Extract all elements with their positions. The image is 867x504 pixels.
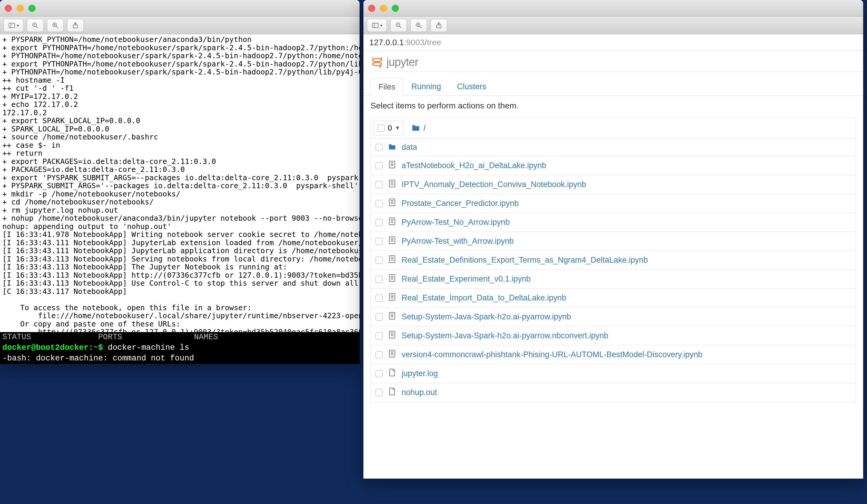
zoom-out-button[interactable] xyxy=(390,19,407,32)
close-button[interactable] xyxy=(5,5,12,12)
file-link[interactable]: IPTV_Anomaly_Detection_Conviva_Notebook.… xyxy=(402,180,586,189)
file-link[interactable]: aTestNotebook_H2o_ai_DeltaLake.ipynb xyxy=(402,161,546,170)
file-row: Setup-System-Java-Spark-h2o.ai-pyarrow.i… xyxy=(371,308,856,327)
notebook-icon xyxy=(388,179,396,190)
close-button[interactable] xyxy=(368,5,375,12)
file-icon xyxy=(388,387,396,398)
url-bar[interactable]: 127.0.0.1:9003/tree xyxy=(363,34,863,51)
row-checkbox[interactable] xyxy=(376,238,383,245)
svg-rect-49 xyxy=(389,274,395,281)
url-host: 127.0.0.1 xyxy=(369,38,404,47)
zoom-in-button[interactable] xyxy=(410,19,427,32)
svg-rect-33 xyxy=(389,199,395,206)
row-checkbox[interactable] xyxy=(376,144,383,151)
jupyter-logo[interactable]: jupyter xyxy=(371,56,418,68)
file-row: Real_Estate_Definitions_Export_Terms_as_… xyxy=(371,251,856,270)
svg-point-22 xyxy=(372,57,373,58)
file-link[interactable]: version4-commoncrawl-phishtank-Phising-U… xyxy=(402,350,703,359)
breadcrumb[interactable]: / xyxy=(424,123,426,133)
sidebar-toggle-button[interactable]: ▾ xyxy=(367,19,387,32)
svg-rect-45 xyxy=(389,255,395,262)
jupyter-header: jupyter xyxy=(363,51,863,72)
file-link[interactable]: Prostate_Cancer_Predictor.ipynb xyxy=(402,199,519,208)
notebook-icon xyxy=(388,274,396,284)
notebook-icon xyxy=(388,293,396,303)
svg-rect-10 xyxy=(372,23,378,28)
svg-rect-41 xyxy=(389,237,395,243)
jupyter-logo-text: jupyter xyxy=(386,56,418,68)
file-link[interactable]: Real_Estate_Definitions_Export_Terms_as_… xyxy=(402,255,648,265)
minimize-button[interactable] xyxy=(380,5,387,12)
row-checkbox[interactable] xyxy=(376,295,383,302)
row-checkbox[interactable] xyxy=(376,200,383,207)
file-row: jupyter.log xyxy=(371,364,856,383)
notebook-icon xyxy=(388,312,396,322)
maximize-button[interactable] xyxy=(392,5,399,12)
notebook-icon xyxy=(388,331,396,341)
file-link[interactable]: Setup-System-Java-Spark-h2o.ai-pyarrow.n… xyxy=(402,331,608,340)
tab-clusters[interactable]: Clusters xyxy=(449,78,494,96)
tab-files[interactable]: Files xyxy=(371,78,403,96)
file-row: Setup-System-Java-Spark-h2o.ai-pyarrow.n… xyxy=(371,327,856,346)
row-checkbox[interactable] xyxy=(376,162,383,169)
tab-running[interactable]: Running xyxy=(403,78,449,96)
file-list-header: 0 ▼ / xyxy=(371,118,856,139)
svg-rect-61 xyxy=(389,331,395,338)
file-link[interactable]: nohup.out xyxy=(402,388,437,397)
file-link[interactable]: Real_Estate_Import_Data_to_DeltaLake.ipy… xyxy=(402,293,566,303)
file-link[interactable]: Real_Estate_Experiment_v0.1.ipynb xyxy=(402,274,531,284)
traffic-lights xyxy=(368,5,399,12)
file-list: data aTestNotebook_H2o_ai_DeltaLake.ipyn… xyxy=(371,139,856,402)
file-row: nohup.out xyxy=(371,383,856,402)
svg-rect-57 xyxy=(389,312,395,319)
select-all-checkbox[interactable] xyxy=(378,125,385,132)
notebook-icon xyxy=(388,198,396,209)
svg-line-6 xyxy=(56,26,58,28)
share-button[interactable] xyxy=(67,19,84,32)
svg-point-24 xyxy=(379,66,382,68)
row-checkbox[interactable] xyxy=(376,181,383,188)
row-checkbox[interactable] xyxy=(376,219,383,226)
maximize-button[interactable] xyxy=(29,5,35,12)
file-row: version4-commoncrawl-phishtank-Phising-U… xyxy=(371,346,856,364)
select-count: 0 xyxy=(388,123,392,133)
notebook-icon xyxy=(388,161,396,171)
notebook-icon xyxy=(388,217,396,228)
svg-point-20 xyxy=(373,58,382,62)
toolbar: ▾ xyxy=(363,17,863,34)
zoom-out-button[interactable] xyxy=(27,19,43,32)
chevron-down-icon[interactable]: ▼ xyxy=(395,125,400,131)
terminal-output-bottom[interactable]: STATUS PORTS NAMESdocker@boot2docker:~$ … xyxy=(0,332,360,364)
row-checkbox[interactable] xyxy=(376,314,383,320)
file-row: IPTV_Anomaly_Detection_Conviva_Notebook.… xyxy=(371,175,856,194)
row-checkbox[interactable] xyxy=(376,257,383,264)
row-checkbox[interactable] xyxy=(376,389,383,396)
folder-icon[interactable] xyxy=(411,123,420,133)
terminal-output-top[interactable]: + PYSPARK_PYTHON=/home/notebookuser/anac… xyxy=(0,34,360,332)
notebook-icon xyxy=(388,255,396,265)
svg-rect-53 xyxy=(389,293,395,300)
row-checkbox[interactable] xyxy=(376,276,383,283)
file-link[interactable]: data xyxy=(402,143,417,152)
share-button[interactable] xyxy=(430,19,447,32)
file-row: Real_Estate_Import_Data_to_DeltaLake.ipy… xyxy=(371,289,856,308)
svg-point-23 xyxy=(381,57,383,59)
file-row: aTestNotebook_H2o_ai_DeltaLake.ipynb xyxy=(371,156,856,175)
browser-window: ▾ 127.0.0.1:9003/tree jupyter FilesRunni… xyxy=(363,0,863,479)
select-all-control[interactable]: 0 ▼ xyxy=(374,121,404,135)
file-link[interactable]: jupyter.log xyxy=(402,369,438,378)
file-link[interactable]: PyArrow-Test_No_Arrow.ipynb xyxy=(402,218,510,227)
minimize-button[interactable] xyxy=(17,5,24,12)
zoom-in-button[interactable] xyxy=(47,19,64,32)
svg-point-21 xyxy=(373,62,382,66)
url-rest: :9003/tree xyxy=(404,38,441,47)
file-link[interactable]: Setup-System-Java-Spark-h2o.ai-pyarrow.i… xyxy=(402,312,571,321)
sidebar-toggle-button[interactable]: ▾ xyxy=(3,19,23,32)
svg-rect-65 xyxy=(389,350,395,357)
row-checkbox[interactable] xyxy=(376,332,383,339)
row-checkbox[interactable] xyxy=(376,351,383,358)
folder-icon xyxy=(388,143,396,152)
file-link[interactable]: PyArrow-Test_with_Arrow.ipynb xyxy=(402,237,514,246)
row-checkbox[interactable] xyxy=(376,370,383,377)
file-row: Prostate_Cancer_Predictor.ipynb xyxy=(371,194,856,213)
